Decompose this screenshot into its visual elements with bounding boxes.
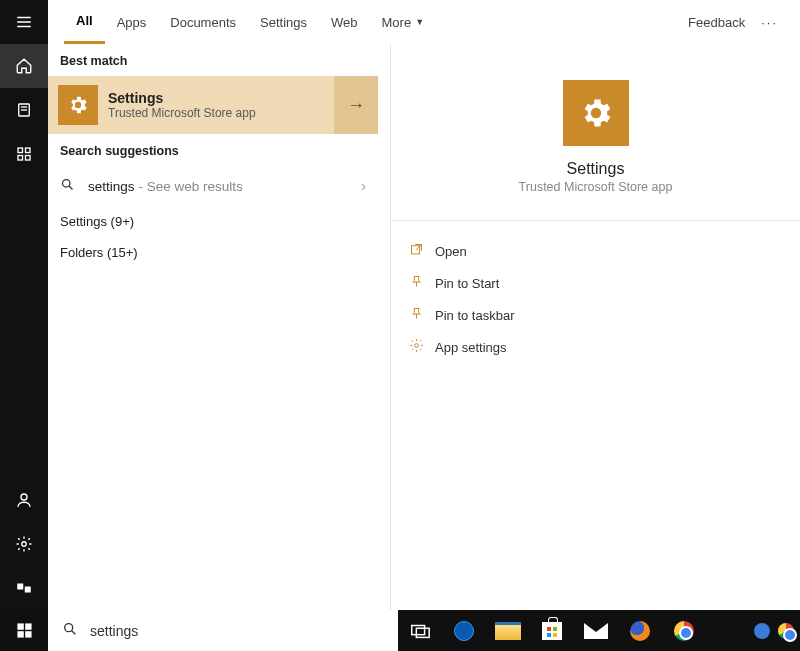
preview-title: Settings xyxy=(391,160,800,178)
system-tray[interactable] xyxy=(754,623,800,639)
power-icon[interactable] xyxy=(0,566,48,610)
edge-icon[interactable] xyxy=(442,610,486,651)
hamburger-icon[interactable] xyxy=(0,0,48,44)
home-icon[interactable] xyxy=(0,44,48,88)
svg-line-15 xyxy=(69,186,72,189)
svg-rect-13 xyxy=(25,587,31,593)
svg-rect-7 xyxy=(26,148,31,153)
taskbar-search-input[interactable]: settings xyxy=(48,610,398,651)
web-suggestion-row[interactable]: settings - See web results › xyxy=(48,166,378,206)
feedback-link[interactable]: Feedback xyxy=(678,15,755,30)
svg-rect-21 xyxy=(25,631,31,637)
pin-icon xyxy=(409,274,435,292)
best-match-title: Settings xyxy=(108,90,334,106)
settings-rail-icon[interactable] xyxy=(0,522,48,566)
svg-rect-6 xyxy=(18,148,23,153)
best-match-subtitle: Trusted Microsoft Store app xyxy=(108,106,334,120)
svg-line-23 xyxy=(72,631,76,635)
tab-web[interactable]: Web xyxy=(319,0,370,44)
taskbar: settings xyxy=(0,610,800,651)
svg-rect-20 xyxy=(17,631,23,637)
microsoft-store-icon[interactable] xyxy=(530,610,574,651)
svg-point-17 xyxy=(415,344,419,348)
pin-icon xyxy=(409,306,435,324)
web-suggestion-tail: - See web results xyxy=(139,179,243,194)
search-input-value: settings xyxy=(90,623,138,639)
search-filter-tabs: All Apps Documents Settings Web More▼ Fe… xyxy=(48,0,800,44)
settings-category-row[interactable]: Settings (9+) xyxy=(48,206,378,237)
mail-icon[interactable] xyxy=(574,610,618,651)
tab-apps[interactable]: Apps xyxy=(105,0,159,44)
best-match-item[interactable]: Settings Trusted Microsoft Store app → xyxy=(48,76,378,134)
account-icon[interactable] xyxy=(0,478,48,522)
svg-rect-18 xyxy=(17,623,23,629)
svg-rect-24 xyxy=(412,625,425,634)
svg-point-22 xyxy=(65,624,73,632)
open-icon xyxy=(409,242,435,260)
best-match-header: Best match xyxy=(48,44,378,76)
tray-app-icon[interactable] xyxy=(754,623,770,639)
expand-arrow-icon[interactable]: → xyxy=(334,76,378,134)
gear-icon xyxy=(58,85,98,125)
svg-rect-19 xyxy=(25,623,31,629)
gear-icon xyxy=(563,80,629,146)
app-settings-action[interactable]: App settings xyxy=(409,331,782,363)
apps-icon[interactable] xyxy=(0,132,48,176)
more-options-icon[interactable]: ··· xyxy=(755,15,784,30)
open-action[interactable]: Open xyxy=(409,235,782,267)
tab-all[interactable]: All xyxy=(64,0,105,44)
pin-to-taskbar-action[interactable]: Pin to taskbar xyxy=(409,299,782,331)
caret-down-icon: ▼ xyxy=(415,17,424,27)
svg-rect-9 xyxy=(26,156,31,161)
pin-to-start-action[interactable]: Pin to Start xyxy=(409,267,782,299)
start-button[interactable] xyxy=(0,610,48,651)
search-icon xyxy=(60,177,80,195)
firefox-icon[interactable] xyxy=(618,610,662,651)
file-explorer-icon[interactable] xyxy=(486,610,530,651)
svg-point-11 xyxy=(22,542,27,547)
web-suggestion-query: settings xyxy=(88,179,135,194)
svg-rect-25 xyxy=(416,628,429,637)
tab-more[interactable]: More▼ xyxy=(370,0,437,44)
preview-pane: Settings Trusted Microsoft Store app Ope… xyxy=(390,44,800,610)
gear-icon xyxy=(409,338,435,356)
folders-category-row[interactable]: Folders (15+) xyxy=(48,237,378,268)
chrome-icon[interactable] xyxy=(662,610,706,651)
svg-point-14 xyxy=(63,180,71,188)
task-view-icon[interactable] xyxy=(398,610,442,651)
search-suggestions-header: Search suggestions xyxy=(48,134,378,166)
svg-rect-12 xyxy=(17,584,23,590)
search-results: Best match Settings Trusted Microsoft St… xyxy=(48,44,378,610)
preview-subtitle: Trusted Microsoft Store app xyxy=(391,180,800,194)
svg-rect-8 xyxy=(18,156,23,161)
tab-documents[interactable]: Documents xyxy=(158,0,248,44)
svg-point-10 xyxy=(21,494,27,500)
recent-icon[interactable] xyxy=(0,88,48,132)
tab-settings[interactable]: Settings xyxy=(248,0,319,44)
search-icon xyxy=(62,621,78,640)
tray-app-icon[interactable] xyxy=(778,623,794,639)
chevron-right-icon: › xyxy=(361,178,366,194)
start-left-rail xyxy=(0,0,48,610)
